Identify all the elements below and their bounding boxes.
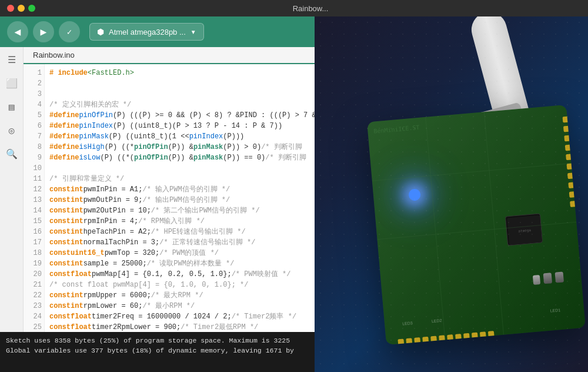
code-line-17: const int normalTachPin = 3; /* 正常转速信号输出… bbox=[49, 237, 310, 248]
code-line-21: /* const float pwmMap[4] = {0, 1.0, 0, 1… bbox=[49, 280, 310, 290]
code-line-2 bbox=[49, 78, 310, 89]
back-button[interactable]: ◀ bbox=[7, 21, 28, 42]
minimize-button[interactable] bbox=[18, 5, 25, 12]
sidebar-files-icon[interactable]: ☰ bbox=[4, 52, 20, 68]
console-line-1: Sketch uses 8358 bytes (25%) of program … bbox=[6, 336, 309, 346]
code-line-10 bbox=[49, 163, 310, 174]
code-line-3 bbox=[49, 89, 310, 99]
title-bar: Rainbow... bbox=[0, 0, 588, 16]
bg-texture bbox=[315, 16, 588, 372]
code-line-18: const uint16_t pwmTop = 320; /* PWM的顶值 *… bbox=[49, 248, 310, 258]
board-name: Atmel atmega328pb ... bbox=[109, 28, 186, 36]
code-line-9: #define isLow(P) ((*(pinOfPin(P)) & pinM… bbox=[49, 152, 310, 163]
code-line-16: const int hpeTachPin = A2; /* HPE转速信号输出引… bbox=[49, 227, 310, 237]
sidebar-library-icon[interactable]: ▤ bbox=[4, 99, 20, 115]
svg-rect-8 bbox=[315, 16, 588, 372]
ide-panel: ◀ ▶ ✓ ⬢ Atmel atmega328pb ... ▼ ☰ ⬜ ▤ ◎ … bbox=[0, 16, 315, 372]
code-line-24: const float timer2Freq = 16000000 / 1024… bbox=[49, 311, 310, 322]
code-line-20: const float pwmMap[4] = {0.1, 0.2, 0.5, … bbox=[49, 269, 310, 280]
forward-button[interactable]: ▶ bbox=[33, 21, 54, 42]
code-line-6: #define pinIndex(P) ((uint8_t)(P > 13 ? … bbox=[49, 121, 310, 131]
code-line-13: const int pwmOutPin = 9; /* 输出PWM信号的引脚 *… bbox=[49, 195, 310, 205]
editor-area: 1234567891011121314151617181920212223242… bbox=[24, 64, 315, 332]
code-content: # include <FastLED.h> /* 定义引脚相关的宏 */ bbox=[45, 64, 315, 332]
ide-sidebar: ☰ ⬜ ▤ ◎ 🔍 bbox=[0, 47, 24, 332]
code-line-7: #define pinMask(P) ((uint8_t)(1 << pinIn… bbox=[49, 131, 310, 142]
code-line-8: #define isHigh(P) ((*pinOfPin(P)) & pinM… bbox=[49, 142, 310, 152]
code-line-14: const int pwm2OutPin = 10; /* 第二个输出PWM信号… bbox=[49, 205, 310, 216]
dropdown-icon: ▼ bbox=[191, 29, 196, 35]
ide-console: Sketch uses 8358 bytes (25%) of program … bbox=[0, 332, 315, 372]
line-numbers: 1234567891011121314151617181920212223242… bbox=[24, 64, 45, 332]
code-line-5: #define pinOfPin(P) (((P) >= 0 && (P) < … bbox=[49, 110, 310, 121]
code-line-25: const float timer2RpmLower = 900; /* Tim… bbox=[49, 322, 310, 332]
code-line-22: const int rpmUpper = 6000; /* 最大RPM */ bbox=[49, 290, 310, 301]
sidebar-sketch-icon[interactable]: ⬜ bbox=[4, 75, 20, 92]
traffic-lights bbox=[7, 5, 35, 12]
sidebar-search-icon[interactable]: 🔍 bbox=[4, 146, 20, 162]
photo-content: atmega bbox=[315, 16, 588, 372]
console-line-2: Global variables use 377 bytes (18%) of … bbox=[6, 346, 309, 356]
ide-toolbar: ◀ ▶ ✓ ⬢ Atmel atmega328pb ... ▼ bbox=[0, 16, 315, 47]
photo-panel: atmega bbox=[315, 16, 588, 372]
window-title: Rainbow... bbox=[40, 4, 581, 13]
code-line-23: const int rpmLower = 60; /* 最小RPM */ bbox=[49, 301, 310, 311]
code-line-4: /* 定义引脚相关的宏 */ bbox=[49, 99, 310, 110]
close-button[interactable] bbox=[7, 5, 14, 12]
code-line-15: const int rpmInPin = 4; /* RPM输入引脚 */ bbox=[49, 216, 310, 227]
code-line-19: const int sample = 25000; /* 读取PWM的样本数量 … bbox=[49, 258, 310, 269]
ide-editor: Rainbow.ino 1234567891011121314151617181… bbox=[24, 47, 315, 332]
code-line-11: /* 引脚和常量定义 */ bbox=[49, 174, 310, 184]
file-tab[interactable]: Rainbow.ino bbox=[24, 47, 315, 64]
sidebar-boards-icon[interactable]: ◎ bbox=[4, 122, 20, 139]
check-button[interactable]: ✓ bbox=[59, 21, 80, 42]
usb-icon: ⬢ bbox=[97, 27, 104, 36]
main-layout: ◀ ▶ ✓ ⬢ Atmel atmega328pb ... ▼ ☰ ⬜ ▤ ◎ … bbox=[0, 16, 588, 372]
board-selector[interactable]: ⬢ Atmel atmega328pb ... ▼ bbox=[89, 23, 204, 41]
maximize-button[interactable] bbox=[28, 5, 35, 12]
code-line-1: # include <FastLED.h> bbox=[49, 68, 310, 78]
code-line-12: const int pwmInPin = A1; /* 输入PWM信号的引脚 *… bbox=[49, 184, 310, 195]
